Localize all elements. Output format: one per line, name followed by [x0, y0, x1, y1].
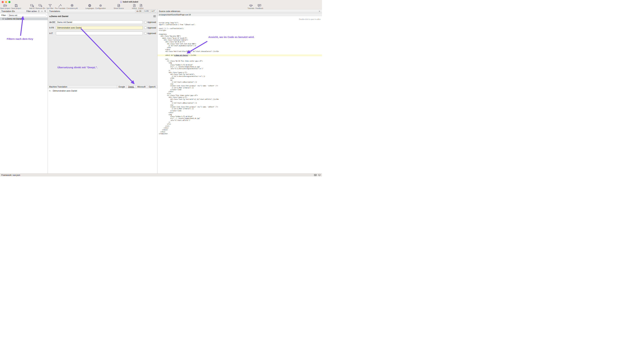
pre-translate-icon: [58, 4, 62, 7]
status-bar: Framework: vue-json: [0, 173, 322, 177]
toolbar-label: Add ID: [29, 7, 35, 9]
tree-item-label: a.Demo mit Daniel: [5, 18, 22, 20]
set-filter-icon: [48, 4, 52, 7]
configuration-icon: [98, 4, 103, 7]
toolbar-label: Remove IDs: [36, 7, 45, 9]
translation-row-it-IT: it-IT Approved: [49, 32, 156, 35]
mt-suggestion-row[interactable]: ⌘1 Démonstration avec Daniel: [48, 88, 157, 92]
consistency-ai-button[interactable]: ConsistencyAI: [66, 4, 78, 9]
machine-translation-title: Machine Translation: [49, 86, 67, 88]
source-references-panel: Source code references src/pages/start/G…: [158, 10, 322, 173]
language-tabs: de-DE fr-FR it-IT: [135, 10, 156, 13]
mt-suggestion-text: Démonstration avec Daniel: [53, 90, 77, 92]
code-area[interactable]: <script setup lang="ts">import { useTran…: [158, 22, 322, 135]
tutorials-icon: [249, 4, 253, 7]
add-id-button[interactable]: Add ID: [29, 4, 35, 9]
approved-checkbox-it-IT[interactable]: [144, 32, 146, 34]
pre-translate-button[interactable]: Pre-Translate: [55, 4, 65, 9]
tree-item-demo-mit-daniel[interactable]: a.Demo mit Daniel: [0, 17, 48, 20]
show-source-button[interactable]: Show source: [114, 4, 124, 9]
approved-label-de-DE: Approved: [147, 21, 156, 24]
configuration-button[interactable]: Configuration: [95, 4, 106, 9]
close-panel-button[interactable]: [318, 10, 321, 13]
set-filter-button[interactable]: Set Filter: [46, 4, 54, 9]
panel-title: Translations: [49, 10, 60, 13]
mt-tab-openai[interactable]: OpenAI: [147, 86, 157, 88]
translation-id-icon: [2, 18, 4, 20]
toolbar-label: Export: [138, 7, 144, 9]
zoom-window-button[interactable]: [8, 1, 10, 3]
import-button[interactable]: Import: [132, 4, 137, 9]
export-button[interactable]: Export: [138, 4, 144, 9]
window-title-text: babel-edit.babel: [123, 1, 138, 3]
toolbar-label: Pre-Translate: [55, 7, 65, 9]
machine-translation-results: ⌘1 Démonstration avec Daniel: [48, 88, 157, 173]
translation-row-de-DE: de-DE Approved: [49, 21, 156, 24]
translations-header: Translations de-DE fr-FR it-IT: [48, 10, 157, 13]
feedback-icon: [257, 4, 262, 7]
feedback-button[interactable]: Feedback: [256, 4, 263, 9]
filter-input[interactable]: [7, 14, 46, 17]
export-icon: [139, 4, 143, 7]
tab-it-IT[interactable]: it-IT: [150, 10, 156, 13]
toolbar-label: Feedback: [256, 7, 263, 9]
mt-tab-deepl[interactable]: DeepL: [126, 86, 136, 88]
window-title: b babel-edit.babel: [120, 1, 138, 3]
translations-panel: Translations de-DE fr-FR it-IT a.Demo mi…: [48, 10, 158, 173]
entry-detail-icon[interactable]: [154, 15, 156, 17]
toolbar-label: ConsistencyAI: [66, 7, 78, 9]
approved-label-it-IT: Approved: [147, 32, 156, 35]
tutorials-button[interactable]: Tutorials: [248, 4, 254, 9]
machine-translation-header: Machine Translation Google DeepL Microso…: [48, 85, 157, 88]
framework-label: Framework: vue-json: [1, 174, 20, 176]
mt-tab-google[interactable]: Google: [117, 86, 127, 88]
remove-ids-button[interactable]: Remove IDs: [36, 4, 45, 9]
toolbar-label: Open project: [0, 7, 10, 9]
svg-text:b: b: [120, 1, 122, 3]
keyboard-icon[interactable]: [314, 174, 316, 176]
editor-hint: Double-click to open in editor: [299, 18, 321, 20]
refresh-filter-icon[interactable]: [38, 10, 40, 13]
tab-de-DE[interactable]: de-DE: [135, 10, 143, 13]
lang-label-it-IT: it-IT: [49, 32, 56, 35]
close-window-button[interactable]: [2, 1, 4, 3]
clear-filter-icon[interactable]: [41, 10, 43, 13]
translation-id-tree: a.Demo mit Daniel: [0, 17, 48, 20]
source-references-header: Source code references: [158, 10, 322, 13]
translation-input-it-IT[interactable]: [56, 32, 143, 35]
editor-hint-row: Double-click to open in editor: [158, 16, 322, 21]
entry-title-row: a.Demo mit Daniel: [49, 15, 156, 18]
panel-title: Source code references: [159, 10, 180, 13]
toolbar-label: Show source: [114, 7, 124, 9]
translation-ids-panel: Translation IDs Filter active Filter: a.…: [0, 10, 48, 173]
source-reference-item[interactable]: src/pages/start/GuestStartPage.vue:18: [158, 13, 322, 16]
filter-label: Filter:: [1, 14, 6, 17]
save-project-button[interactable]: Save project: [11, 4, 21, 9]
translation-input-de-DE[interactable]: [56, 21, 143, 24]
lang-label-fr-FR: fr-FR: [49, 27, 56, 29]
approved-checkbox-de-DE[interactable]: [144, 21, 146, 23]
panel-title: Translation IDs: [1, 10, 15, 13]
display-icon[interactable]: [318, 174, 321, 176]
open-project-icon: [3, 4, 8, 7]
mt-tab-microsoft[interactable]: Microsoft: [136, 86, 147, 88]
filter-icon[interactable]: [44, 10, 46, 13]
close-icon: [318, 10, 320, 12]
tab-fr-FR[interactable]: fr-FR: [143, 10, 150, 13]
translation-editor: a.Demo mit Daniel de-DE Approved fr-FR A…: [48, 13, 157, 85]
mt-provider-tabs: Google DeepL Microsoft OpenAI: [117, 86, 157, 88]
minimize-window-button[interactable]: [5, 1, 7, 3]
languages-icon: [88, 4, 92, 7]
toolbar-label: Configuration: [95, 7, 106, 9]
toolbar-label: Import: [132, 7, 137, 9]
translation-input-fr-FR[interactable]: [56, 26, 143, 30]
approved-checkbox-fr-FR[interactable]: [144, 27, 146, 29]
consistency-ai-icon: [70, 4, 74, 7]
show-source-icon: [116, 4, 121, 7]
translation-ids-header: Translation IDs Filter active: [0, 10, 48, 13]
open-project-button[interactable]: Open project: [0, 4, 10, 9]
translation-row-fr-FR: fr-FR Approved: [49, 26, 156, 30]
languages-button[interactable]: Languages: [86, 4, 94, 9]
mt-shortcut-badge: ⌘1: [49, 90, 51, 92]
entry-title: a.Demo mit Daniel: [49, 15, 68, 18]
